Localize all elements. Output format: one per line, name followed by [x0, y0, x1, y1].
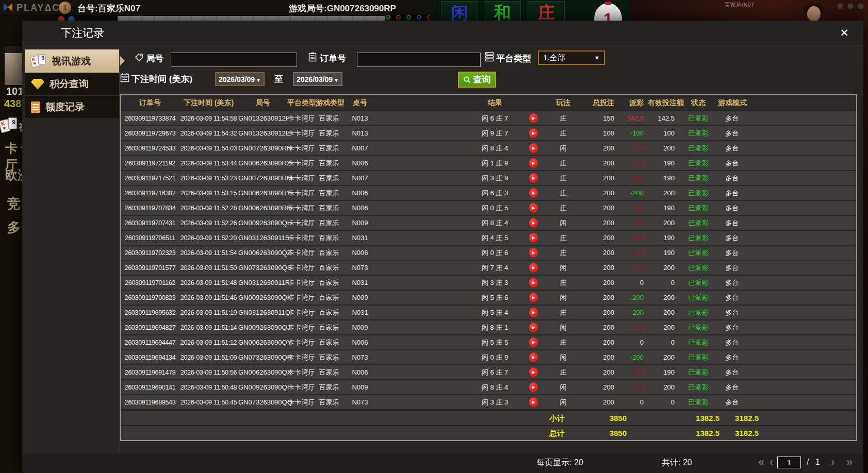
search-button[interactable]: 查询	[458, 72, 496, 88]
subtotal-total-bet: 3850	[580, 414, 627, 423]
video-caption: 百家乐(N07	[725, 1, 754, 9]
play-icon[interactable]: ▶	[529, 308, 538, 317]
cell-sp2	[746, 290, 856, 305]
play-icon[interactable]: ▶	[529, 113, 538, 123]
play-icon[interactable]: ▶	[529, 293, 538, 302]
cell-sp2	[746, 156, 856, 171]
play-icon[interactable]: ▶	[529, 188, 538, 198]
col-header-sp2	[746, 95, 856, 111]
lobby-nav-jing[interactable]: 竞	[7, 195, 21, 213]
cell-mode: 多台	[718, 185, 746, 200]
cell-status: 已派彩	[679, 275, 718, 290]
prev-page-icon[interactable]: ‹	[769, 455, 773, 469]
cell-mode: 多台	[718, 380, 746, 395]
cell-valid: 190	[648, 230, 679, 245]
bet-zone-player[interactable]: 闲	[441, 1, 478, 23]
play-icon[interactable]: ▶	[529, 352, 538, 362]
cell-round: GN006263090R2	[238, 156, 287, 171]
play-icon[interactable]: ▶	[529, 128, 538, 138]
play-icon[interactable]: ▶	[529, 367, 538, 377]
play-icon[interactable]: ▶	[529, 397, 538, 407]
cell-platform: 卡卡湾厅	[287, 156, 316, 171]
play-icon[interactable]: ▶	[529, 323, 538, 332]
bet-time-filter-label: 下注时间 (美东)	[132, 73, 192, 85]
cell-sp1	[378, 141, 470, 156]
cell-result: 闲 3 庄 9	[470, 171, 519, 185]
date-from-picker[interactable]: 2026/03/09▼	[215, 72, 265, 86]
cell-total: 200	[579, 365, 618, 380]
order-filter-label: 订单号	[320, 53, 346, 64]
gem-icon	[31, 79, 44, 90]
cell-platform: 卡卡湾厅	[287, 111, 316, 126]
first-page-icon[interactable]: «	[758, 455, 764, 469]
close-icon[interactable]: ✕	[837, 26, 852, 40]
payout-value: 0	[640, 339, 644, 346]
platform-select[interactable]: 1.全部 ▼	[538, 50, 605, 65]
cell-sp1	[378, 275, 470, 290]
play-icon[interactable]: ▶	[529, 233, 538, 243]
cell-platform: 卡卡湾厅	[287, 185, 316, 200]
cell-sp2	[746, 365, 856, 380]
cell-sp1	[378, 156, 470, 171]
cell-order: 260309119707431	[121, 215, 179, 230]
page-input[interactable]	[777, 457, 801, 468]
cell-status: 已派彩	[679, 156, 718, 171]
sidebar-item-cards[interactable]: 视讯游戏	[25, 49, 119, 73]
play-icon[interactable]: ▶	[529, 143, 538, 153]
table-row: 2603091197011622026-03-09 11:51:48GN0312…	[121, 275, 856, 290]
cell-total: 200	[579, 171, 618, 185]
doc-icon	[31, 102, 40, 113]
round-input[interactable]	[171, 53, 297, 67]
next-page-icon[interactable]: ›	[831, 455, 834, 469]
subtotal-row: 小计 3850 1382.5 3182.5	[121, 410, 856, 425]
cell-time: 2026-03-09 11:54:32	[179, 126, 238, 141]
cell-tbl: N013	[342, 126, 378, 141]
sidebar-item-doc[interactable]: 额度记录	[25, 96, 119, 119]
to-label: 至	[274, 73, 283, 85]
cell-result: 闲 6 庄 7	[470, 365, 519, 380]
cell-tbl: N031	[342, 305, 378, 320]
bet-zone-tie[interactable]: 和	[484, 1, 521, 23]
play-icon[interactable]: ▶	[529, 158, 538, 168]
table-row: 2603091196944472026-03-09 11:51:12GN0062…	[121, 335, 856, 350]
cell-order: 260309119707834	[121, 200, 179, 215]
cell-sp2	[746, 185, 856, 200]
cell-game: 百家乐	[316, 245, 342, 260]
cell-beton: 庄	[548, 335, 579, 350]
date-to-picker[interactable]: 2026/03/09▼	[293, 72, 342, 86]
play-icon[interactable]: ▶	[529, 337, 538, 347]
cell-game: 百家乐	[316, 395, 342, 410]
play-icon[interactable]: ▶	[529, 263, 538, 273]
cell-sp1	[378, 126, 470, 141]
cell-beton: 闲	[548, 141, 579, 156]
play-icon[interactable]: ▶	[529, 173, 538, 183]
cell-play: ▶	[519, 185, 548, 200]
cell-platform: 卡卡湾厅	[287, 320, 316, 335]
sidebar-divider	[119, 49, 120, 451]
order-input[interactable]	[357, 53, 481, 67]
cell-payout: 190	[618, 156, 648, 171]
play-icon[interactable]: ▶	[529, 218, 538, 228]
play-icon[interactable]: ▶	[529, 278, 538, 288]
cell-round: GN0312630911S	[238, 230, 287, 245]
cell-beton: 闲	[548, 290, 579, 305]
play-icon[interactable]: ▶	[529, 248, 538, 258]
cell-order: 260309119724533	[121, 141, 179, 156]
subtotal-label: 小计	[523, 414, 565, 424]
cell-platform: 卡卡湾厅	[287, 141, 316, 156]
bet-zone-banker[interactable]: 庄	[528, 1, 565, 23]
last-page-icon[interactable]: »	[846, 455, 853, 469]
sidebar-item-gem[interactable]: 积分查询	[25, 73, 119, 96]
cell-status: 已派彩	[679, 185, 718, 200]
table-row: 2603091197245332026-03-09 11:54:03GN0072…	[121, 141, 856, 156]
page-separator: /	[807, 458, 809, 467]
bead-icon	[406, 15, 411, 20]
cell-play: ▶	[519, 230, 548, 245]
cell-play: ▶	[519, 350, 548, 365]
cell-sp2	[746, 260, 856, 275]
play-icon[interactable]: ▶	[529, 203, 538, 213]
cell-tbl: N009	[342, 320, 378, 335]
game-round-label: 游戏局号:GN007263090RP	[289, 3, 396, 14]
play-icon[interactable]: ▶	[529, 382, 538, 392]
col-header-time: 下注时间 (美东)	[179, 95, 238, 111]
